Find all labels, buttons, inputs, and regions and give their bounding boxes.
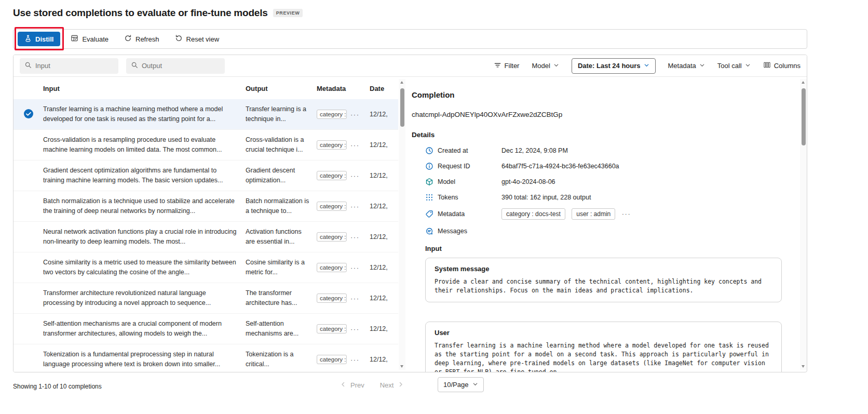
model-filter-dropdown[interactable]: Model bbox=[532, 62, 559, 70]
filter-bar: Filter Model Date: Last 24 hours Metadat… bbox=[13, 55, 807, 77]
detail-row-tokens: Tokens 390 total: 162 input, 228 output bbox=[425, 193, 800, 202]
completions-table: Input Output Metadata Date Transfer lear… bbox=[13, 77, 398, 372]
columns-button[interactable]: Columns bbox=[763, 61, 801, 70]
system-message-body: Provide a clear and concise summary of t… bbox=[435, 277, 772, 295]
distill-flask-icon bbox=[24, 35, 32, 44]
row-output-text: Transfer learning is a technique in... bbox=[246, 104, 317, 124]
info-icon bbox=[425, 162, 433, 170]
scroll-down-arrow-icon[interactable] bbox=[802, 365, 805, 368]
chevron-down-icon bbox=[644, 62, 649, 70]
more-options-icon[interactable]: ··· bbox=[350, 203, 360, 210]
more-options-icon[interactable]: ··· bbox=[350, 172, 360, 180]
row-output-text: Cross-validation is a crucial technique … bbox=[246, 135, 317, 155]
row-input-text: Transformer architecture revolutionized … bbox=[43, 288, 246, 308]
more-options-icon[interactable]: ··· bbox=[350, 325, 360, 333]
user-message-title: User bbox=[435, 329, 772, 337]
scrollbar-thumb[interactable] bbox=[802, 88, 806, 145]
date-filter-dropdown[interactable]: Date: Last 24 hours bbox=[572, 58, 656, 74]
output-search-field[interactable] bbox=[142, 62, 220, 70]
row-output-text: Activation functions are essential in... bbox=[246, 227, 317, 247]
filter-button[interactable]: Filter bbox=[494, 61, 520, 71]
scroll-up-arrow-icon[interactable] bbox=[802, 81, 805, 84]
more-options-icon[interactable]: ··· bbox=[350, 356, 360, 364]
tool-call-filter-dropdown[interactable]: Tool call bbox=[717, 62, 751, 70]
prev-label: Prev bbox=[350, 381, 364, 389]
table-row[interactable]: Transformer architecture revolutionized … bbox=[13, 283, 398, 314]
table-row[interactable]: Self-attention mechanisms are a crucial … bbox=[13, 314, 398, 344]
detail-row-metadata: Metadata category : docs-test user : adm… bbox=[425, 208, 800, 220]
panel-title: Completion bbox=[412, 90, 800, 99]
row-metadata-cell: category :··· bbox=[317, 171, 370, 180]
metadata-chips: category : docs-test user : admin ··· bbox=[501, 208, 631, 220]
detail-label: Messages bbox=[438, 228, 501, 235]
metadata-badge: category : bbox=[317, 263, 347, 272]
row-checkbox[interactable] bbox=[13, 109, 43, 120]
metadata-chip: category : docs-test bbox=[501, 208, 565, 220]
header-output[interactable]: Output bbox=[246, 85, 317, 92]
row-date: 12/12, bbox=[370, 233, 398, 241]
distill-button[interactable]: Distill bbox=[18, 32, 60, 46]
header-input[interactable]: Input bbox=[43, 85, 246, 92]
scrollbar-thumb[interactable] bbox=[400, 88, 404, 127]
preview-badge: PREVIEW bbox=[273, 9, 303, 17]
metadata-badge: category : bbox=[317, 171, 347, 180]
reset-view-button[interactable]: Reset view bbox=[170, 32, 225, 46]
metadata-filter-dropdown[interactable]: Metadata bbox=[668, 62, 705, 70]
table-row[interactable]: Batch normalization is a technique used … bbox=[13, 191, 398, 222]
content-box: Filter Model Date: Last 24 hours Metadat… bbox=[13, 55, 807, 372]
page-header: Use stored completions to evaluate or fi… bbox=[13, 7, 303, 19]
metadata-badge: category : bbox=[317, 355, 347, 364]
completion-details-panel: Completion chatcmpl-AdpONEYlp40OXvArFZxw… bbox=[412, 77, 800, 372]
more-options-icon[interactable]: ··· bbox=[622, 210, 631, 218]
row-metadata-cell: category :··· bbox=[317, 140, 370, 150]
row-input-text: Self-attention mechanisms are a crucial … bbox=[43, 319, 246, 339]
metadata-chip: user : admin bbox=[572, 208, 615, 220]
table-row[interactable]: Gradient descent optimization algorithms… bbox=[13, 161, 398, 191]
chevron-down-icon bbox=[699, 62, 705, 70]
input-search-field[interactable] bbox=[35, 62, 114, 70]
input-search-box[interactable] bbox=[20, 58, 118, 74]
detail-value: gpt-4o-2024-08-06 bbox=[501, 178, 555, 185]
table-row[interactable]: Tokenization is a fundamental preprocess… bbox=[13, 344, 398, 372]
table-row[interactable]: Transfer learning is a machine learning … bbox=[13, 99, 398, 130]
distill-label: Distill bbox=[35, 35, 53, 43]
panel-scrollbar[interactable] bbox=[800, 79, 807, 370]
date-filter-label: Date: Last 24 hours bbox=[578, 62, 641, 70]
more-options-icon[interactable]: ··· bbox=[350, 111, 360, 118]
table-row[interactable]: Neural network activation functions play… bbox=[13, 222, 398, 252]
next-page-button[interactable]: Next bbox=[380, 381, 404, 389]
scroll-down-arrow-icon[interactable] bbox=[400, 365, 403, 368]
chevron-down-icon bbox=[553, 62, 559, 70]
table-row[interactable]: Cross-validation is a resampling procedu… bbox=[13, 130, 398, 161]
more-options-icon[interactable]: ··· bbox=[350, 295, 360, 302]
row-output-text: Gradient descent optimization... bbox=[246, 166, 317, 185]
output-search-box[interactable] bbox=[126, 58, 225, 74]
refresh-icon bbox=[124, 34, 132, 44]
table-scrollbar[interactable] bbox=[399, 79, 405, 370]
more-options-icon[interactable]: ··· bbox=[350, 233, 360, 241]
row-date: 12/12, bbox=[370, 325, 398, 332]
table-row[interactable]: Cosine similarity is a metric used to me… bbox=[13, 252, 398, 283]
more-options-icon[interactable]: ··· bbox=[350, 141, 360, 149]
row-input-text: Batch normalization is a technique used … bbox=[43, 196, 246, 216]
row-input-text: Gradient descent optimization algorithms… bbox=[43, 166, 246, 185]
row-output-text: Self-attention mechanisms are... bbox=[246, 319, 317, 339]
refresh-button[interactable]: Refresh bbox=[119, 32, 165, 46]
prev-page-button[interactable]: Prev bbox=[340, 381, 364, 389]
header-date[interactable]: Date bbox=[370, 85, 398, 92]
model-filter-label: Model bbox=[532, 62, 550, 70]
page-size-dropdown[interactable]: 10/Page bbox=[438, 377, 484, 392]
chevron-left-icon bbox=[340, 381, 346, 389]
header-metadata[interactable]: Metadata bbox=[317, 85, 370, 92]
evaluate-label: Evaluate bbox=[82, 35, 108, 43]
more-options-icon[interactable]: ··· bbox=[350, 264, 360, 272]
row-input-text: Cosine similarity is a metric used to me… bbox=[43, 258, 246, 277]
input-section-heading: Input bbox=[425, 245, 800, 252]
tag-icon bbox=[425, 210, 433, 218]
evaluate-icon bbox=[71, 34, 78, 44]
evaluate-button[interactable]: Evaluate bbox=[65, 32, 114, 46]
scroll-up-arrow-icon[interactable] bbox=[400, 81, 403, 84]
tokens-grid-icon bbox=[425, 193, 433, 202]
pagination: Prev Next bbox=[340, 378, 404, 392]
detail-value: 390 total: 162 input, 228 output bbox=[501, 194, 591, 201]
